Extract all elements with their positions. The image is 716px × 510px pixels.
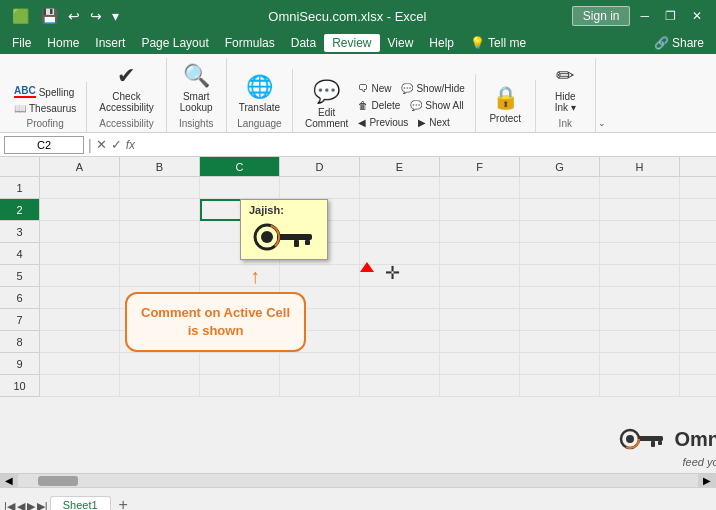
cell-g5[interactable] bbox=[520, 265, 600, 287]
edit-comment-button[interactable]: 💬 EditComment bbox=[299, 76, 354, 132]
row-header-5[interactable]: 5 bbox=[0, 265, 40, 287]
cell-a4[interactable] bbox=[40, 243, 120, 265]
col-header-i[interactable]: I bbox=[680, 157, 716, 177]
next-comment-button[interactable]: ▶ Next bbox=[414, 115, 454, 130]
cell-g4[interactable] bbox=[520, 243, 600, 265]
row-header-8[interactable]: 8 bbox=[0, 331, 40, 353]
cell-g1[interactable] bbox=[520, 177, 600, 199]
col-header-h[interactable]: H bbox=[600, 157, 680, 177]
ribbon-expand-button[interactable]: ⌄ bbox=[596, 118, 608, 132]
customize-icon[interactable]: ▾ bbox=[108, 6, 123, 26]
cell-h6[interactable] bbox=[600, 287, 680, 309]
redo-icon[interactable]: ↪ bbox=[86, 6, 106, 26]
row-header-3[interactable]: 3 bbox=[0, 221, 40, 243]
cell-f1[interactable] bbox=[440, 177, 520, 199]
col-header-d[interactable]: D bbox=[280, 157, 360, 177]
sheet-nav-last[interactable]: ▶| bbox=[37, 500, 48, 510]
cell-i6[interactable] bbox=[680, 287, 716, 309]
menu-share[interactable]: 🔗 Share bbox=[646, 34, 712, 52]
restore-button[interactable]: ❐ bbox=[659, 7, 682, 25]
cell-f9[interactable] bbox=[440, 353, 520, 375]
delete-comment-button[interactable]: 🗑 Delete bbox=[354, 98, 404, 113]
row-header-10[interactable]: 10 bbox=[0, 375, 40, 397]
cell-a10[interactable] bbox=[40, 375, 120, 397]
cell-i1[interactable] bbox=[680, 177, 716, 199]
sheet-nav-first[interactable]: |◀ bbox=[4, 500, 15, 510]
cell-d9[interactable] bbox=[280, 353, 360, 375]
cell-b9[interactable] bbox=[120, 353, 200, 375]
cell-d5[interactable] bbox=[280, 265, 360, 287]
cell-h4[interactable] bbox=[600, 243, 680, 265]
col-header-e[interactable]: E bbox=[360, 157, 440, 177]
prev-comment-button[interactable]: ◀ Previous bbox=[354, 115, 412, 130]
cell-h8[interactable] bbox=[600, 331, 680, 353]
menu-home[interactable]: Home bbox=[39, 34, 87, 52]
cell-a3[interactable] bbox=[40, 221, 120, 243]
sheet1-tab[interactable]: Sheet1 bbox=[50, 496, 111, 510]
spelling-button[interactable]: ABC Spelling bbox=[10, 84, 80, 100]
cell-c1[interactable] bbox=[200, 177, 280, 199]
protect-button[interactable]: 🔒 Protect bbox=[483, 82, 527, 127]
cell-g7[interactable] bbox=[520, 309, 600, 331]
show-all-comments-button[interactable]: 💬 Show All bbox=[406, 98, 467, 113]
cell-e10[interactable] bbox=[360, 375, 440, 397]
horizontal-scrollbar[interactable]: ◀ ▶ bbox=[0, 473, 716, 487]
menu-data[interactable]: Data bbox=[283, 34, 324, 52]
row-header-2[interactable]: 2 bbox=[0, 199, 40, 221]
cell-i8[interactable] bbox=[680, 331, 716, 353]
cell-g6[interactable] bbox=[520, 287, 600, 309]
cell-i9[interactable] bbox=[680, 353, 716, 375]
row-header-7[interactable]: 7 bbox=[0, 309, 40, 331]
scroll-right-button[interactable]: ▶ bbox=[698, 474, 716, 487]
col-header-f[interactable]: F bbox=[440, 157, 520, 177]
cell-i2[interactable] bbox=[680, 199, 716, 221]
cell-e3[interactable] bbox=[360, 221, 440, 243]
menu-formulas[interactable]: Formulas bbox=[217, 34, 283, 52]
menu-review[interactable]: Review bbox=[324, 34, 379, 52]
cell-a6[interactable] bbox=[40, 287, 120, 309]
cell-i7[interactable] bbox=[680, 309, 716, 331]
cell-h7[interactable] bbox=[600, 309, 680, 331]
cell-g3[interactable] bbox=[520, 221, 600, 243]
cell-b4[interactable] bbox=[120, 243, 200, 265]
h-scroll-thumb[interactable] bbox=[38, 476, 78, 486]
col-header-b[interactable]: B bbox=[120, 157, 200, 177]
show-hide-comment-button[interactable]: 💬 Show/Hide bbox=[397, 81, 468, 96]
menu-file[interactable]: File bbox=[4, 34, 39, 52]
cell-f2[interactable] bbox=[440, 199, 520, 221]
minimize-button[interactable]: ─ bbox=[634, 7, 655, 25]
cell-g10[interactable] bbox=[520, 375, 600, 397]
translate-button[interactable]: 🌐 Translate bbox=[233, 71, 286, 116]
cell-h10[interactable] bbox=[600, 375, 680, 397]
cell-h9[interactable] bbox=[600, 353, 680, 375]
cell-c9[interactable] bbox=[200, 353, 280, 375]
cell-h1[interactable] bbox=[600, 177, 680, 199]
cell-e7[interactable] bbox=[360, 309, 440, 331]
cell-f3[interactable] bbox=[440, 221, 520, 243]
cell-f10[interactable] bbox=[440, 375, 520, 397]
cell-h3[interactable] bbox=[600, 221, 680, 243]
cell-g8[interactable] bbox=[520, 331, 600, 353]
cell-b5[interactable] bbox=[120, 265, 200, 287]
cell-e2[interactable] bbox=[360, 199, 440, 221]
cell-b2[interactable] bbox=[120, 199, 200, 221]
cell-b10[interactable] bbox=[120, 375, 200, 397]
cell-e9[interactable] bbox=[360, 353, 440, 375]
add-sheet-button[interactable]: + bbox=[113, 497, 134, 510]
cell-e1[interactable] bbox=[360, 177, 440, 199]
h-scroll-track[interactable] bbox=[18, 474, 698, 488]
cell-c5[interactable] bbox=[200, 265, 280, 287]
undo-icon[interactable]: ↩ bbox=[64, 6, 84, 26]
cell-f6[interactable] bbox=[440, 287, 520, 309]
col-header-c[interactable]: C bbox=[200, 157, 280, 177]
cell-i3[interactable] bbox=[680, 221, 716, 243]
cell-h2[interactable] bbox=[600, 199, 680, 221]
row-header-1[interactable]: 1 bbox=[0, 177, 40, 199]
cell-b1[interactable] bbox=[120, 177, 200, 199]
close-button[interactable]: ✕ bbox=[686, 7, 708, 25]
cell-e6[interactable] bbox=[360, 287, 440, 309]
cell-f8[interactable] bbox=[440, 331, 520, 353]
new-comment-button[interactable]: 🗨 New bbox=[354, 81, 395, 96]
cell-a8[interactable] bbox=[40, 331, 120, 353]
row-header-4[interactable]: 4 bbox=[0, 243, 40, 265]
